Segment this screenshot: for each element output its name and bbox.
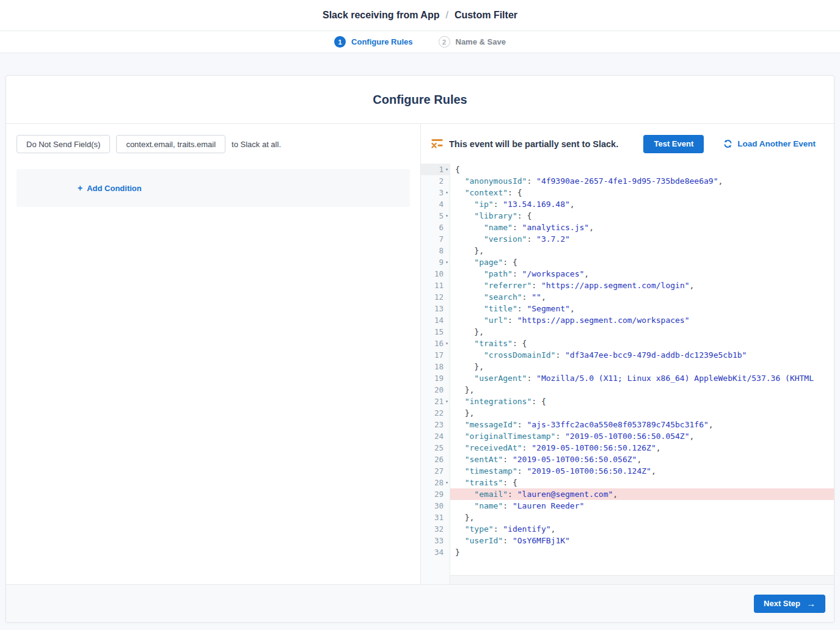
code-line: 9▾ "page": { xyxy=(421,256,834,268)
code-text: "timestamp": "2019-05-10T00:56:50.124Z", xyxy=(450,465,834,477)
line-gutter: 28▾ xyxy=(421,477,450,488)
code-text: "name": "Lauren Reeder" xyxy=(450,500,834,512)
code-text: "type": "identify", xyxy=(450,523,834,535)
step-2-circle: 2 xyxy=(439,36,450,48)
code-line: 16▾ "traits": { xyxy=(421,338,834,349)
code-line: 24 "originalTimestamp": "2019-05-10T00:5… xyxy=(421,430,834,442)
code-text: "referrer": "https://app.segment.com/log… xyxy=(450,280,834,291)
line-gutter: 18 xyxy=(421,361,450,372)
line-gutter: 22 xyxy=(421,407,450,419)
line-number: 26 xyxy=(434,454,444,465)
event-preview-pane: This event will be partially sent to Sla… xyxy=(421,124,834,584)
code-text: "integrations": { xyxy=(450,396,834,407)
code-line: 21▾ "integrations": { xyxy=(421,396,834,407)
line-gutter: 23 xyxy=(421,419,450,430)
line-number: 18 xyxy=(434,361,444,372)
test-event-button[interactable]: Test Event xyxy=(643,135,704,153)
fold-toggle-icon[interactable]: ▾ xyxy=(444,187,450,198)
fold-toggle-icon[interactable]: ▾ xyxy=(444,210,450,222)
fold-toggle-icon[interactable]: ▾ xyxy=(444,396,450,407)
code-line: 19 "userAgent": "Mozilla/5.0 (X11; Linux… xyxy=(421,372,834,384)
line-number: 23 xyxy=(434,419,444,430)
code-line: 14 "url": "https://app.segment.com/works… xyxy=(421,314,834,326)
code-line: 33 "userId": "OsY6MFBj1K" xyxy=(421,535,834,546)
json-event-viewer[interactable]: 1▾{2 "anonymousId": "4f9390ae-2657-4fe1-… xyxy=(421,164,834,584)
rule-condition-row: Do Not Send Field(s) context.email, trai… xyxy=(16,135,410,153)
next-step-label: Next Step xyxy=(764,599,800,608)
line-gutter: 5▾ xyxy=(421,210,450,222)
code-text: "userId": "OsY6MFBj1K" xyxy=(450,535,834,546)
code-text: }, xyxy=(450,512,834,523)
code-line: 15 }, xyxy=(421,326,834,338)
line-number: 34 xyxy=(434,546,444,558)
code-text: "search": "", xyxy=(450,291,834,303)
code-text: }, xyxy=(450,326,834,338)
add-condition-button[interactable]: + Add Condition xyxy=(78,183,142,193)
line-number: 31 xyxy=(434,512,444,523)
line-number: 12 xyxy=(434,291,444,303)
line-gutter: 2 xyxy=(421,175,450,187)
line-number: 25 xyxy=(434,442,444,454)
partial-send-icon xyxy=(431,139,443,148)
line-number: 15 xyxy=(434,326,444,338)
breadcrumb-destination[interactable]: Slack receiving from App xyxy=(323,10,439,21)
step-1-circle: 1 xyxy=(334,36,346,48)
next-step-button[interactable]: Next Step → xyxy=(754,595,825,613)
line-number: 2 xyxy=(439,175,444,187)
code-text: "messageId": "ajs-33ffc2ac0a550e8f053789… xyxy=(450,419,834,430)
step-name-and-save[interactable]: 2 Name & Save xyxy=(439,36,506,48)
line-number: 33 xyxy=(434,535,444,546)
code-line: 3▾ "context": { xyxy=(421,187,834,198)
step-configure-rules[interactable]: 1 Configure Rules xyxy=(334,36,412,48)
add-condition-box: + Add Condition xyxy=(16,169,410,207)
fold-toggle-icon[interactable]: ▾ xyxy=(444,256,450,268)
code-line: 17 "crossDomainId": "df3a47ee-bcc9-479d-… xyxy=(421,349,834,361)
line-number: 13 xyxy=(434,303,444,314)
line-gutter: 30 xyxy=(421,500,450,512)
code-text: "originalTimestamp": "2019-05-10T00:56:5… xyxy=(450,430,834,442)
rule-action-button[interactable]: Do Not Send Field(s) xyxy=(16,135,110,153)
rule-fields-button[interactable]: context.email, traits.email xyxy=(116,135,225,153)
horizontal-scrollbar[interactable] xyxy=(450,575,834,584)
line-gutter: 1▾ xyxy=(421,164,450,175)
code-text: }, xyxy=(450,407,834,419)
line-number: 11 xyxy=(434,280,444,291)
add-condition-label: Add Condition xyxy=(87,184,142,193)
json-code-lines: 1▾{2 "anonymousId": "4f9390ae-2657-4fe1-… xyxy=(421,164,834,575)
line-gutter: 31 xyxy=(421,512,450,523)
code-line: 13 "title": "Segment", xyxy=(421,303,834,314)
line-gutter: 26 xyxy=(421,454,450,465)
code-line: 20 }, xyxy=(421,384,834,396)
line-number: 32 xyxy=(434,523,444,535)
line-number: 3 xyxy=(439,187,444,198)
stepper-bar: 1 Configure Rules 2 Name & Save xyxy=(0,31,840,53)
line-number: 9 xyxy=(439,256,444,268)
fold-toggle-icon[interactable]: ▾ xyxy=(444,477,450,488)
code-text: "email": "lauren@segment.com", xyxy=(450,488,834,500)
arrow-right-icon: → xyxy=(806,599,816,608)
code-text: "url": "https://app.segment.com/workspac… xyxy=(450,314,834,326)
line-gutter: 13 xyxy=(421,303,450,314)
line-gutter: 20 xyxy=(421,384,450,396)
code-line: 32 "type": "identify", xyxy=(421,523,834,535)
code-text: "version": "3.7.2" xyxy=(450,233,834,245)
code-line: 5▾ "library": { xyxy=(421,210,834,222)
event-status-text: This event will be partially sent to Sla… xyxy=(449,139,637,149)
line-gutter: 3▾ xyxy=(421,187,450,198)
fold-toggle-icon[interactable]: ▾ xyxy=(444,338,450,349)
code-text: "traits": { xyxy=(450,477,834,488)
line-gutter: 7 xyxy=(421,233,450,245)
load-another-event-link[interactable]: Load Another Event xyxy=(723,139,816,148)
code-line: 6 "name": "analytics.js", xyxy=(421,222,834,233)
code-text: "page": { xyxy=(450,256,834,268)
line-number: 5 xyxy=(439,210,444,222)
line-number: 22 xyxy=(434,407,444,419)
breadcrumb-separator: / xyxy=(445,10,448,21)
line-gutter: 21▾ xyxy=(421,396,450,407)
rule-config-pane: Do Not Send Field(s) context.email, trai… xyxy=(6,124,421,584)
step-2-label: Name & Save xyxy=(456,37,506,46)
code-line: 12 "search": "", xyxy=(421,291,834,303)
fold-toggle-icon[interactable]: ▾ xyxy=(444,164,450,175)
code-line: 4 "ip": "13.54.169.48", xyxy=(421,198,834,210)
code-text: }, xyxy=(450,361,834,372)
